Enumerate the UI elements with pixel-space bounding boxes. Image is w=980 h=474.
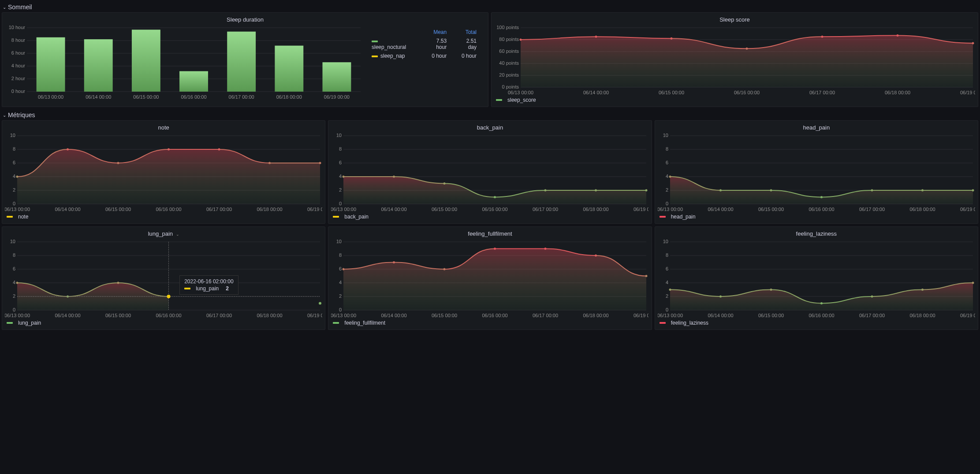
svg-text:0 hour: 0 hour [11,89,26,94]
svg-text:0 points: 0 points [502,84,519,89]
section-header-sommeil[interactable]: ⌄ Sommeil [2,2,978,12]
panel-lung-pain[interactable]: lung_pain ⌄ 024681006/13 00:0006/14 00:0… [2,226,325,330]
svg-text:8 hour: 8 hour [11,37,26,43]
chart-feeling-fullfilment[interactable]: 024681006/13 00:0006/14 00:0006/15 00:00… [331,240,648,319]
svg-point-124 [719,189,722,192]
svg-text:6 hour: 6 hour [11,50,26,56]
svg-text:10: 10 [10,240,15,244]
legend-item[interactable]: sleep_score [494,96,975,104]
svg-text:2: 2 [13,293,15,299]
svg-point-182 [645,275,648,277]
section-title: Métriques [8,111,35,118]
panel-title: back_pain [331,123,648,133]
panel-head-pain[interactable]: head_pain 024681006/13 00:0006/14 00:000… [655,120,978,224]
panel-title: Sleep score [494,15,975,26]
svg-rect-12 [37,37,65,92]
svg-text:06/19 00:00: 06/19 00:00 [960,90,975,95]
svg-text:40 points: 40 points [499,60,519,66]
chart-sleep-duration[interactable]: 0 hour2 hour4 hour6 hour8 hour10 hour06/… [5,26,363,104]
svg-text:06/14 00:00: 06/14 00:00 [708,207,733,212]
svg-text:6: 6 [666,266,668,271]
chevron-down-icon[interactable]: ⌄ [176,232,179,237]
legend-item[interactable]: head_pain [658,213,975,221]
legend-item[interactable]: feeling_fullfilment [331,319,648,327]
chart-note[interactable]: 024681006/13 00:0006/14 00:0006/15 00:00… [5,133,322,213]
svg-text:06/17 00:00: 06/17 00:00 [229,94,254,100]
panel-back-pain[interactable]: back_pain 024681006/13 00:0006/14 00:000… [328,120,652,224]
svg-text:10: 10 [663,240,668,244]
svg-text:06/16 00:00: 06/16 00:00 [734,90,760,95]
svg-text:0: 0 [339,307,342,312]
legend-item[interactable]: lung_pain [5,319,322,327]
svg-point-204 [770,289,772,291]
panel-sleep-score[interactable]: Sleep score 0 points20 points40 points60… [491,12,978,107]
svg-text:06/17 00:00: 06/17 00:00 [206,207,232,212]
svg-point-125 [770,189,772,192]
svg-text:06/16 00:00: 06/16 00:00 [181,94,206,100]
svg-point-208 [972,282,974,284]
svg-text:06/18 00:00: 06/18 00:00 [583,313,609,318]
chart-lung-pain[interactable]: 024681006/13 00:0006/14 00:0006/15 00:00… [5,240,322,319]
svg-text:10: 10 [663,133,668,138]
svg-text:6: 6 [339,266,342,271]
svg-text:10: 10 [336,240,342,244]
svg-text:4: 4 [13,280,15,285]
chart-back-pain[interactable]: 024681006/13 00:0006/14 00:0006/15 00:00… [331,133,648,213]
svg-point-99 [443,182,446,185]
legend-swatch [660,216,666,218]
svg-text:6: 6 [13,266,15,271]
svg-text:10 hour: 10 hour [9,26,26,30]
svg-text:06/15 00:00: 06/15 00:00 [659,90,684,95]
legend-row[interactable]: sleep_nap 0 hour 0 hour [367,52,481,60]
legend-item[interactable]: back_pain [331,213,648,221]
svg-text:06/16 00:00: 06/16 00:00 [482,313,508,318]
chart-feeling-laziness[interactable]: 024681006/13 00:0006/14 00:0006/15 00:00… [658,240,975,319]
svg-text:4: 4 [339,174,342,179]
svg-text:06/17 00:00: 06/17 00:00 [533,313,558,318]
legend-item[interactable]: feeling_laziness [658,319,975,327]
svg-text:06/14 00:00: 06/14 00:00 [55,313,80,318]
svg-point-51 [972,42,974,44]
legend-item[interactable]: note [5,213,322,221]
section-title: Sommeil [8,4,32,11]
svg-text:06/14 00:00: 06/14 00:00 [708,313,733,318]
panel-sleep-duration[interactable]: Sleep duration 0 hour2 hour4 hour6 hour8… [2,12,488,107]
svg-point-177 [393,261,395,263]
svg-text:06/18 00:00: 06/18 00:00 [909,313,935,318]
svg-point-207 [921,289,924,291]
svg-text:06/17 00:00: 06/17 00:00 [809,90,835,95]
chart-sleep-score[interactable]: 0 points20 points40 points60 points80 po… [494,26,975,96]
panel-note[interactable]: note 024681006/13 00:0006/14 00:0006/15 … [2,120,325,224]
svg-text:06/16 00:00: 06/16 00:00 [156,313,181,318]
legend-row[interactable]: sleep_noctural 7.53 hour 2.51 day [367,37,481,51]
svg-text:4: 4 [666,280,668,285]
svg-text:2: 2 [339,293,342,299]
svg-text:06/13 00:00: 06/13 00:00 [331,207,356,212]
svg-point-129 [972,189,974,192]
svg-point-151 [117,282,119,284]
svg-text:06/14 00:00: 06/14 00:00 [55,207,80,212]
svg-rect-16 [132,30,160,92]
svg-text:06/19 00:00: 06/19 00:00 [307,207,322,212]
svg-point-48 [746,48,748,50]
chevron-down-icon: ⌄ [3,113,6,118]
svg-text:6: 6 [13,160,15,165]
svg-text:0: 0 [13,201,15,206]
svg-rect-14 [84,39,113,92]
svg-text:8: 8 [666,146,668,152]
svg-text:06/15 00:00: 06/15 00:00 [105,207,131,212]
svg-rect-18 [179,71,208,92]
panel-feeling-fullfilment[interactable]: feeling_fullfilment 024681006/13 00:0006… [328,226,652,330]
svg-text:8: 8 [339,252,342,258]
chart-head-pain[interactable]: 024681006/13 00:0006/14 00:0006/15 00:00… [658,133,975,213]
svg-point-74 [168,148,170,151]
svg-text:06/14 00:00: 06/14 00:00 [381,313,407,318]
svg-text:4: 4 [666,174,668,179]
svg-text:100 points: 100 points [496,26,519,30]
svg-text:06/13 00:00: 06/13 00:00 [38,94,63,100]
panel-feeling-laziness[interactable]: feeling_laziness 024681006/13 00:0006/14… [655,226,978,330]
svg-point-45 [520,39,522,41]
section-header-metriques[interactable]: ⌄ Métriques [2,110,978,120]
svg-text:06/15 00:00: 06/15 00:00 [758,313,784,318]
svg-text:06/15 00:00: 06/15 00:00 [105,313,131,318]
